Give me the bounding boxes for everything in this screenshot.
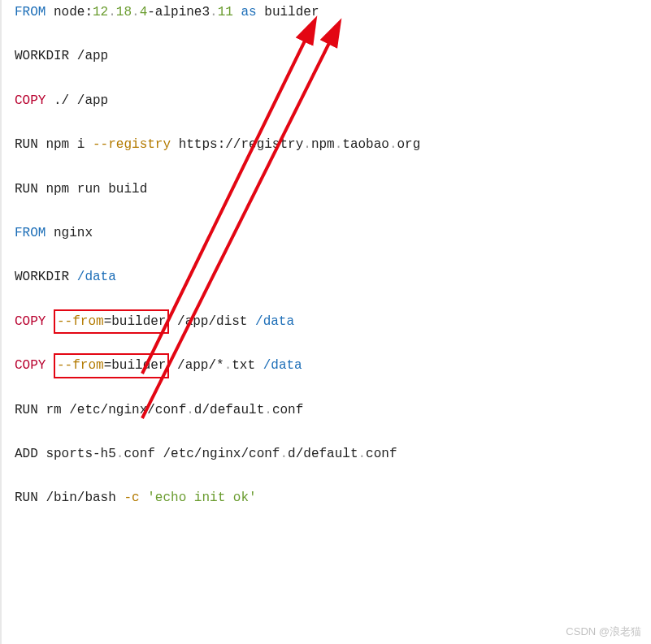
code-line: FROM node:12.18.4-alpine3.11 as builder bbox=[15, 0, 651, 44]
keyword-copy: COPY bbox=[15, 314, 46, 329]
keyword-from: FROM bbox=[15, 5, 46, 19]
code-line: RUN /bin/bash -c 'echo init ok' bbox=[15, 486, 651, 529]
code-line: ADD sports-h5.conf /etc/nginx/conf.d/def… bbox=[15, 442, 651, 486]
keyword-as: as bbox=[233, 5, 257, 19]
highlight-box: --from=builder bbox=[54, 353, 169, 378]
code-line: FROM nginx bbox=[15, 221, 651, 265]
keyword-from: FROM bbox=[15, 226, 46, 240]
dockerfile-code-block: FROM node:12.18.4-alpine3.11 as builder … bbox=[0, 0, 651, 644]
code-line: WORKDIR /data bbox=[15, 265, 651, 309]
code-line: RUN rm /etc/nginx/conf.d/default.conf bbox=[15, 398, 651, 442]
code-line: RUN npm run build bbox=[15, 177, 651, 221]
code-line: COPY --from=builder /app/*.txt /data bbox=[15, 353, 651, 397]
stage-name-builder: builder bbox=[257, 5, 319, 19]
code-line: COPY ./ /app bbox=[15, 89, 651, 132]
keyword-copy: COPY bbox=[15, 93, 46, 108]
watermark-text: CSDN @浪老猫 bbox=[566, 625, 641, 639]
code-line: COPY --from=builder /app/dist /data bbox=[15, 309, 651, 353]
code-line: RUN npm i --registry https://registry.np… bbox=[15, 132, 651, 176]
keyword-copy: COPY bbox=[15, 358, 46, 373]
highlight-box: --from=builder bbox=[54, 309, 169, 334]
code-line: WORKDIR /app bbox=[15, 44, 651, 88]
